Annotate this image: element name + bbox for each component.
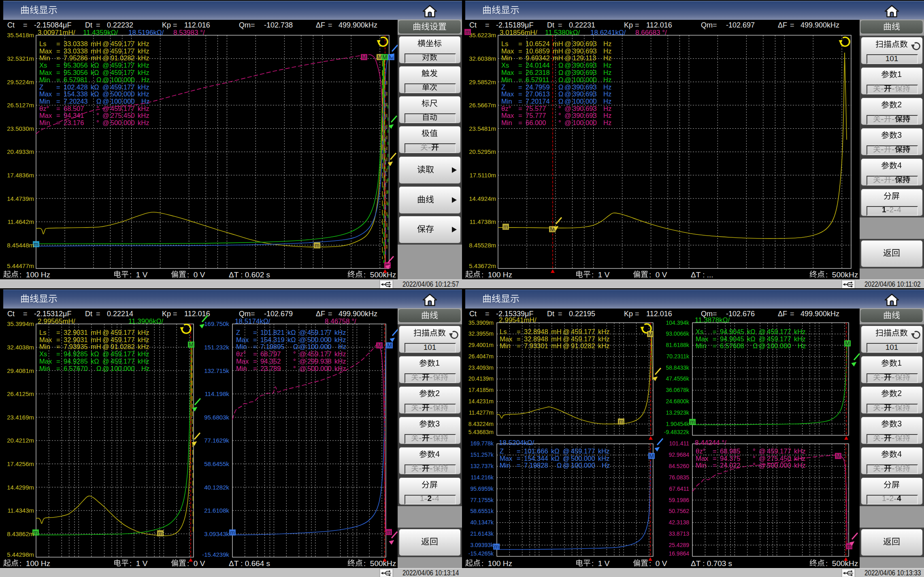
svg-text:M: M — [377, 342, 382, 349]
svg-text:M: M — [382, 54, 387, 60]
svg-text:m: m — [34, 241, 38, 247]
svg-text:m: m — [503, 224, 508, 230]
svg-text:m: m — [465, 29, 470, 35]
svg-text:m: m — [158, 530, 163, 537]
svg-text:M: M — [845, 340, 850, 347]
svg-text:m: m — [315, 242, 319, 249]
svg-text:m: m — [494, 543, 499, 550]
svg-text:M: M — [362, 54, 366, 60]
svg-text:m: m — [619, 418, 624, 425]
svg-text:M: M — [648, 331, 653, 337]
svg-text:m: m — [690, 419, 695, 425]
svg-text:M: M — [387, 342, 392, 349]
svg-text:m: m — [386, 529, 391, 535]
svg-text:M: M — [836, 453, 841, 459]
svg-text:m: m — [230, 529, 235, 536]
